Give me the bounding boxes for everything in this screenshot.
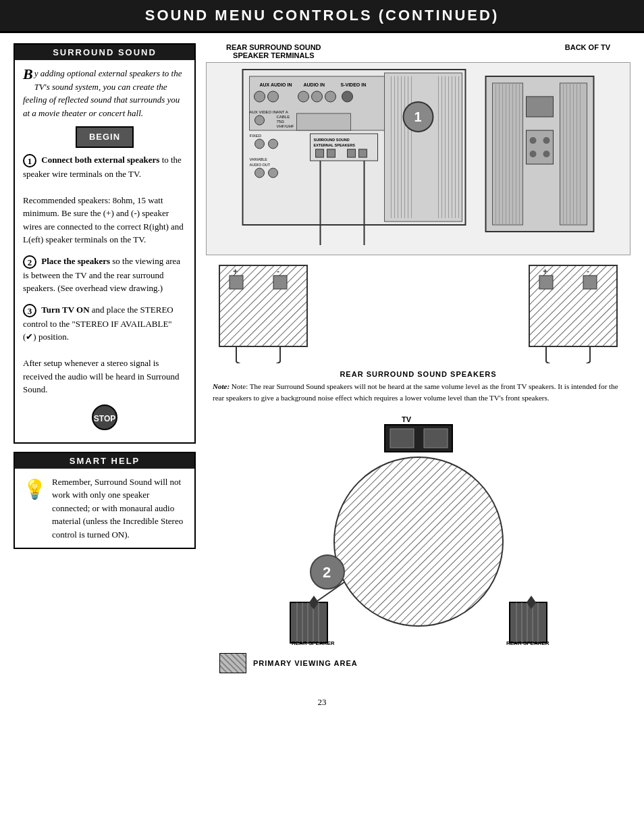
svg-rect-87	[583, 276, 597, 289]
diagram-labels: REAR SURROUND SOUNDSPEAKER TERMINALS BAC…	[206, 43, 630, 59]
svg-text:AUDIO OUT: AUDIO OUT	[250, 163, 271, 167]
svg-text:AUX VIDEO IN: AUX VIDEO IN	[250, 110, 277, 114]
drop-cap: B	[23, 67, 33, 82]
smart-help-title: Smart Help	[15, 453, 194, 469]
right-speaker-svg: + -	[526, 262, 620, 363]
step-2: 2 Place the speakers so the viewing area…	[23, 255, 186, 295]
step-2-title: Place the speakers	[41, 256, 110, 266]
step-3-num: 3	[23, 304, 36, 317]
step-1-title: Connect both external speakers	[41, 155, 159, 165]
svg-text:+: +	[233, 267, 238, 276]
svg-text:CABLE: CABLE	[277, 115, 290, 119]
svg-rect-86	[539, 276, 553, 289]
svg-rect-26	[348, 149, 356, 157]
svg-text:ANT A: ANT A	[277, 110, 288, 114]
svg-point-19	[255, 139, 265, 149]
svg-text:1: 1	[414, 109, 422, 124]
svg-point-69	[543, 137, 550, 144]
svg-text:2: 2	[323, 564, 331, 581]
right-column: REAR SURROUND SOUNDSPEAKER TERMINALS BAC…	[206, 43, 630, 680]
step-2-num: 2	[23, 255, 36, 269]
intro-text: y adding optional external speakers to t…	[23, 68, 182, 118]
svg-point-6	[268, 91, 279, 102]
svg-text:AUDIO IN: AUDIO IN	[304, 82, 325, 87]
page-header: Sound Menu Controls (Continued)	[0, 0, 644, 33]
svg-point-7	[298, 91, 309, 102]
tv-back-svg: AUX AUDIO IN AUDIO IN S-VIDEO IN AUX VID…	[207, 63, 630, 252]
svg-text:AUX AUDIO IN: AUX AUDIO IN	[260, 82, 292, 87]
step-1: 1 Connect both external speakers to the …	[23, 153, 186, 246]
svg-rect-78	[230, 276, 243, 289]
svg-rect-98	[290, 602, 327, 643]
page-number: 23	[0, 697, 644, 714]
svg-rect-94	[424, 429, 448, 448]
svg-point-68	[530, 137, 537, 144]
svg-text:SURROUND SOUND: SURROUND SOUND	[314, 138, 350, 142]
tv-back-diagram: AUX AUDIO IN AUDIO IN S-VIDEO IN AUX VID…	[206, 62, 630, 255]
note-text: Note: Note: The rear Surround Sound spea…	[206, 381, 630, 403]
surround-sound-content: By adding optional external speakers to …	[15, 60, 194, 442]
svg-rect-50	[493, 83, 523, 225]
lightbulb-icon: 💡	[23, 475, 47, 504]
back-of-tv-label: BACK OF TV	[565, 43, 610, 59]
svg-text:-: -	[277, 267, 279, 276]
svg-point-5	[254, 91, 265, 102]
svg-text:REAR SPEAKER: REAR SPEAKER	[292, 640, 335, 646]
svg-text:75Ω: 75Ω	[277, 120, 285, 124]
svg-rect-27	[359, 149, 367, 157]
left-speaker-svg: + -	[216, 262, 311, 363]
svg-text:FIXED: FIXED	[250, 134, 262, 138]
step-3-detail: After setup whenever a stereo signal is …	[23, 358, 179, 394]
svg-point-95	[334, 457, 503, 626]
rear-speakers-caption: REAR SURROUND SOUND SPEAKERS	[206, 370, 630, 378]
svg-text:EXTERNAL SPEAKERS: EXTERNAL SPEAKERS	[314, 143, 356, 147]
left-speaker-diagram: + -	[213, 262, 314, 366]
svg-rect-106	[510, 602, 547, 643]
svg-rect-67	[527, 130, 554, 164]
smart-help-content: 💡 Remember, Surround Sound will not work…	[15, 469, 194, 548]
svg-text:S-VIDEO IN: S-VIDEO IN	[341, 82, 367, 87]
svg-text:VARIABLE: VARIABLE	[250, 157, 268, 161]
svg-rect-93	[390, 429, 414, 448]
svg-rect-17	[297, 113, 351, 130]
svg-point-30	[255, 168, 265, 178]
svg-point-12	[255, 115, 265, 125]
svg-text:VHF/UHF: VHF/UHF	[277, 124, 294, 128]
overhead-diagram: TV 2	[277, 410, 560, 646]
right-speaker-diagram: + -	[522, 262, 624, 366]
rear-surround-label: REAR SURROUND SOUNDSPEAKER TERMINALS	[226, 43, 321, 59]
hatch-legend-box	[219, 653, 246, 673]
svg-text:REAR SPEAKER: REAR SPEAKER	[506, 640, 549, 646]
svg-text:TV: TV	[402, 415, 412, 423]
overhead-svg: TV 2	[277, 410, 560, 646]
svg-point-8	[312, 91, 323, 102]
svg-point-9	[325, 91, 336, 102]
svg-rect-25	[327, 149, 336, 157]
left-column: Surround Sound By adding optional extern…	[14, 43, 196, 680]
step-1-num: 1	[23, 154, 36, 167]
note-label: Note:	[213, 382, 230, 390]
svg-point-10	[342, 91, 353, 102]
step-1-detail: Recommended speakers: 8ohm, 15 watt mini…	[23, 195, 184, 245]
surround-sound-box: Surround Sound By adding optional extern…	[14, 43, 196, 444]
svg-rect-32	[385, 73, 462, 221]
svg-point-71	[543, 151, 550, 157]
step-3-title: Turn TV ON	[41, 305, 89, 315]
svg-point-31	[269, 168, 278, 178]
step-3: 3 Turn TV ON and place the STEREO contro…	[23, 303, 186, 396]
svg-rect-66	[527, 97, 554, 117]
smart-help-box: Smart Help 💡 Remember, Surround Sound wi…	[14, 452, 196, 550]
begin-button[interactable]: BEGIN	[76, 126, 134, 148]
note-body: Note: The rear Surround Sound speakers w…	[213, 382, 618, 402]
intro-paragraph: By adding optional external speakers to …	[23, 67, 186, 120]
svg-text:+: +	[543, 267, 547, 276]
surround-sound-title: Surround Sound	[15, 45, 194, 60]
stop-button[interactable]: STOP	[92, 405, 117, 430]
svg-rect-24	[316, 149, 324, 157]
speaker-diagrams: + -	[206, 262, 630, 366]
primary-viewing-label: PRIMARY VIEWING AREA	[253, 659, 358, 667]
svg-text:-: -	[587, 267, 589, 276]
primary-viewing-area: PRIMARY VIEWING AREA	[219, 653, 617, 673]
header-title: Sound Menu Controls (Continued)	[145, 7, 499, 24]
svg-rect-79	[273, 276, 287, 289]
